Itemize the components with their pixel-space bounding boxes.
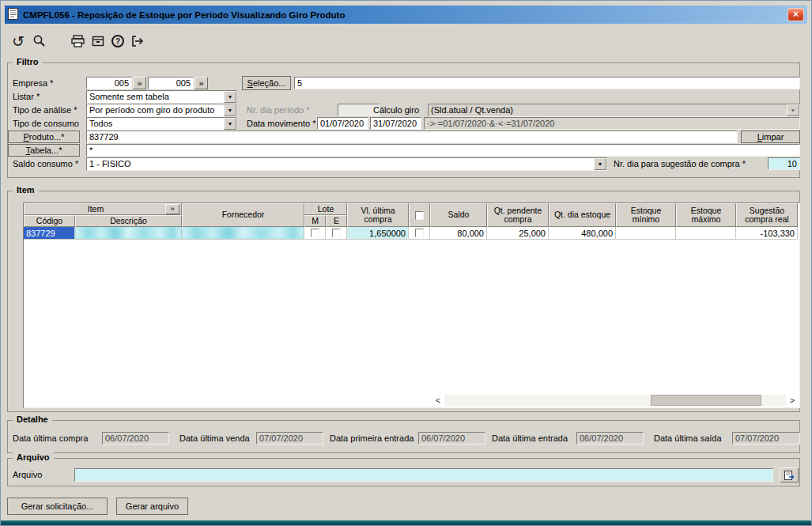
cell-estoque-minimo[interactable]: [616, 227, 676, 240]
listar-select[interactable]: Somente sem tabela ▼: [86, 90, 237, 104]
col-header-vl-ultima-compra[interactable]: Vl. última compra: [347, 203, 409, 227]
checkbox-unchecked-icon[interactable]: [311, 229, 319, 237]
browse-file-button[interactable]: [780, 467, 799, 482]
detalhe-group: Detalhe Data última compra 06/07/2020 Da…: [7, 420, 800, 453]
double-chevron-icon: »: [170, 205, 174, 213]
app-window: CMPFL056 - Reposição de Estoque por Perí…: [0, 0, 812, 526]
sugestao-compra-input[interactable]: [768, 157, 800, 170]
cell-check[interactable]: [409, 227, 430, 240]
col-header-qt-pendente[interactable]: Qt. pendente compra: [487, 203, 549, 227]
arquivo-input[interactable]: [74, 468, 773, 482]
data-movimento-de-input[interactable]: [317, 117, 368, 130]
tabela-value-input[interactable]: [86, 144, 800, 157]
col-header-estoque-minimo[interactable]: Estoque mínimo: [616, 203, 676, 227]
archive-button[interactable]: [89, 32, 108, 51]
detalhe-legend: Detalhe: [13, 414, 52, 424]
chevron-down-icon[interactable]: ▼: [224, 104, 236, 116]
tabela-button[interactable]: Tabela...*: [8, 144, 80, 157]
data-movimento-ate-input[interactable]: [370, 117, 421, 130]
gerar-arquivo-button[interactable]: Gerar arquivo: [116, 498, 188, 515]
empresa-code1-input[interactable]: [86, 77, 132, 89]
search-icon: [32, 34, 47, 48]
cell-vl-ultima-compra[interactable]: 1,650000: [347, 227, 409, 240]
cell-lote-m[interactable]: [304, 227, 326, 240]
empresa-expand2-button[interactable]: »: [195, 77, 208, 89]
col-header-lote-m[interactable]: M: [304, 215, 326, 227]
cell-estoque-maximo[interactable]: [676, 227, 736, 240]
col-header-sugestao-compra-real[interactable]: Sugestão compra real: [736, 203, 798, 227]
col-header-item[interactable]: Item »: [24, 203, 182, 215]
col-header-estoque-maximo[interactable]: Estoque máximo: [676, 203, 736, 227]
data-ultima-saida-value: 07/07/2020: [732, 432, 800, 445]
checkbox-unchecked-icon[interactable]: [415, 229, 424, 237]
window-title: CMPFL056 - Reposição de Estoque por Perí…: [23, 10, 787, 20]
scroll-right-icon[interactable]: >: [786, 395, 799, 406]
data-ultima-saida-label: Data última saída: [654, 432, 722, 445]
data-movimento-label: Data movimento *: [247, 117, 315, 130]
cell-qt-dia-estoque[interactable]: 480,000: [549, 227, 616, 240]
produto-button[interactable]: Produto...*: [8, 131, 80, 143]
arquivo-group: Arquivo Arquivo: [7, 458, 800, 486]
scrollbar-track[interactable]: [444, 395, 786, 406]
sugestao-compra-label: Nr. dia para sugestão de compra *: [614, 157, 746, 170]
undo-button[interactable]: ↺: [9, 32, 28, 51]
cell-lote-e[interactable]: [326, 227, 347, 240]
tipo-analise-label: Tipo de análise *: [13, 104, 77, 116]
empresa-code2-input[interactable]: [148, 77, 194, 89]
col-header-lote-e[interactable]: E: [326, 215, 347, 227]
col-header-codigo[interactable]: Código: [24, 215, 75, 227]
archive-icon: [91, 34, 105, 48]
calculo-giro-label: Cálculo giro: [373, 104, 419, 116]
cell-fornecedor[interactable]: [182, 227, 304, 240]
filtro-legend: Filtro: [13, 57, 43, 66]
tipo-analise-value: Por período com giro do produto: [87, 104, 224, 116]
cell-sugestao-compra-real[interactable]: -103,330: [736, 227, 798, 240]
chevron-down-icon[interactable]: ▼: [594, 158, 606, 170]
horizontal-scrollbar[interactable]: < >: [432, 394, 799, 407]
exit-button[interactable]: [128, 32, 147, 51]
produto-value-input[interactable]: [86, 131, 738, 143]
close-button[interactable]: ×: [787, 8, 804, 21]
col-header-check[interactable]: [409, 203, 430, 227]
gerar-solicitacao-button[interactable]: Gerar solicitação...: [7, 498, 108, 515]
col-header-lote[interactable]: Lote: [304, 203, 347, 215]
saldo-consumo-select[interactable]: 1 - FISICO ▼: [86, 157, 607, 171]
item-table: Item » Fornecedor Lote Vl. última compra…: [23, 202, 800, 408]
limpar-button[interactable]: Limpar: [741, 131, 800, 143]
item-legend: Item: [13, 185, 39, 195]
cell-saldo[interactable]: 80,000: [430, 227, 487, 240]
item-expand-button[interactable]: »: [165, 204, 179, 214]
checkbox-unchecked-icon[interactable]: [332, 229, 341, 237]
redacted-content: [75, 227, 181, 239]
data-movimento-expressao: ·>·=01/07/2020·&·<·=31/07/2020: [424, 117, 800, 130]
cell-qt-pendente[interactable]: 25,000: [487, 227, 549, 240]
cell-descricao[interactable]: [75, 227, 182, 240]
tipo-consumo-select[interactable]: Todos ▼: [86, 117, 237, 131]
print-button[interactable]: [68, 32, 87, 51]
redacted-content: [182, 227, 304, 239]
close-icon: ×: [793, 9, 799, 20]
selecao-button[interactable]: Seleção...: [242, 76, 291, 90]
help-button[interactable]: ?: [108, 32, 127, 51]
col-header-descricao[interactable]: Descrição: [75, 215, 182, 227]
data-ultima-venda-value: 07/07/2020: [256, 432, 323, 445]
double-chevron-icon: »: [198, 78, 203, 88]
titlebar[interactable]: CMPFL056 - Reposição de Estoque por Perí…: [5, 6, 807, 24]
item-grid: Item » Fornecedor Lote Vl. última compra…: [24, 203, 799, 240]
calculo-giro-select: (Sld.atual / Qt.venda) ▼: [428, 104, 800, 117]
window-icon: [8, 8, 18, 21]
scrollbar-thumb[interactable]: [651, 395, 761, 406]
cell-codigo[interactable]: 837729: [24, 227, 75, 240]
chevron-down-icon[interactable]: ▼: [224, 91, 236, 103]
chevron-down-icon[interactable]: ▼: [224, 118, 236, 130]
search-button[interactable]: [30, 32, 49, 51]
col-header-saldo[interactable]: Saldo: [430, 203, 487, 227]
col-header-fornecedor[interactable]: Fornecedor: [182, 203, 304, 227]
col-header-qt-dia-estoque[interactable]: Qt. dia estoque: [549, 203, 616, 227]
empresa-value-input[interactable]: [294, 77, 800, 89]
arquivo-label: Arquivo: [13, 468, 42, 481]
scroll-left-icon[interactable]: <: [432, 395, 444, 406]
tipo-analise-select[interactable]: Por período com giro do produto ▼: [86, 104, 237, 117]
empresa-expand1-button[interactable]: »: [133, 77, 146, 89]
data-ultima-venda-label: Data última venda: [179, 432, 250, 445]
